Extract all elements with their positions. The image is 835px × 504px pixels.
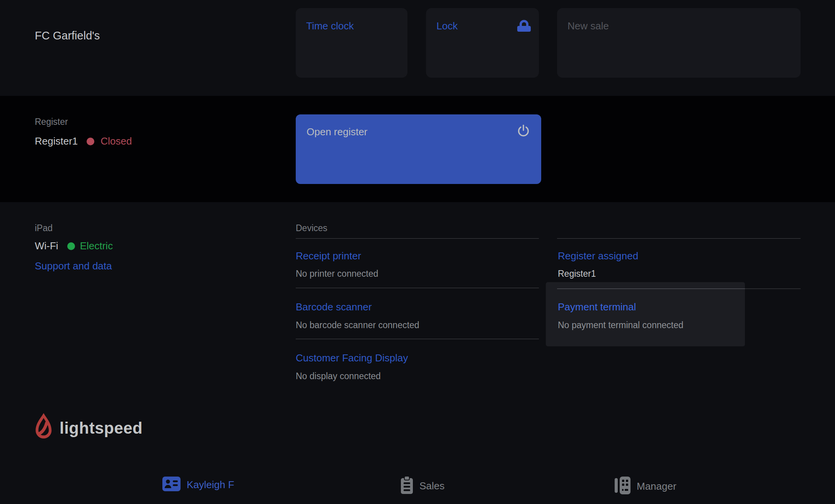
manager-tab[interactable]: Manager — [615, 477, 677, 496]
network-status-dot-icon — [67, 242, 75, 250]
divider — [296, 238, 539, 239]
customer-facing-display-link[interactable]: Customer Facing Display — [296, 352, 408, 364]
wifi-status-row: Wi-Fi Electric — [35, 240, 113, 252]
user-tab[interactable]: Kayleigh F — [162, 477, 234, 493]
ipad-section-label: iPad — [35, 223, 53, 233]
register-assigned-status: Register1 — [558, 269, 596, 279]
register-icon — [615, 477, 631, 496]
time-clock-card[interactable]: Time clock — [296, 8, 407, 78]
clipboard-icon — [400, 476, 413, 496]
store-title: FC Garfield's — [35, 29, 100, 42]
lightspeed-wordmark: lightspeed — [60, 419, 143, 438]
divider — [557, 288, 745, 289]
divider — [296, 288, 539, 288]
sales-tab[interactable]: Sales — [400, 476, 445, 496]
lock-label: Lock — [436, 20, 458, 32]
network-status: Electric — [80, 240, 113, 252]
register-assigned-link[interactable]: Register assigned — [558, 250, 638, 262]
wifi-label: Wi-Fi — [35, 240, 58, 252]
devices-section-label: Devices — [296, 223, 327, 233]
register-status: Closed — [101, 135, 132, 147]
pos-home-screen: FC Garfield's Time clock Lock New sale R… — [0, 0, 835, 504]
divider — [557, 238, 801, 239]
power-icon — [517, 124, 530, 139]
new-sale-card[interactable]: New sale — [557, 8, 801, 78]
open-register-label: Open register — [307, 126, 368, 138]
divider — [745, 288, 801, 289]
user-tab-label: Kayleigh F — [187, 479, 234, 491]
manager-tab-label: Manager — [637, 480, 677, 492]
payment-terminal-highlight[interactable] — [546, 282, 745, 346]
closed-status-dot-icon — [87, 138, 94, 145]
customer-facing-display-status: No display connected — [296, 371, 381, 381]
register-status-row: Register1 Closed — [35, 135, 132, 147]
receipt-printer-link[interactable]: Receipt printer — [296, 250, 361, 262]
support-and-data-link[interactable]: Support and data — [35, 260, 112, 272]
new-sale-label: New sale — [567, 20, 609, 32]
register-name: Register1 — [35, 135, 78, 147]
receipt-printer-status: No printer connected — [296, 269, 378, 279]
payment-terminal-status: No payment terminal connected — [558, 320, 683, 330]
divider — [296, 339, 539, 339]
register-section-label: Register — [35, 117, 68, 127]
id-badge-icon — [162, 477, 181, 493]
lock-icon — [517, 18, 531, 38]
barcode-scanner-link[interactable]: Barcode scanner — [296, 301, 372, 313]
lock-card[interactable]: Lock — [426, 8, 539, 78]
lightspeed-flame-icon — [34, 413, 53, 444]
barcode-scanner-status: No barcode scanner connected — [296, 320, 419, 330]
sales-tab-label: Sales — [419, 480, 445, 492]
time-clock-label: Time clock — [306, 20, 354, 32]
lightspeed-logo: lightspeed — [34, 413, 143, 444]
payment-terminal-link[interactable]: Payment terminal — [558, 301, 636, 313]
open-register-button[interactable]: Open register — [296, 114, 541, 184]
